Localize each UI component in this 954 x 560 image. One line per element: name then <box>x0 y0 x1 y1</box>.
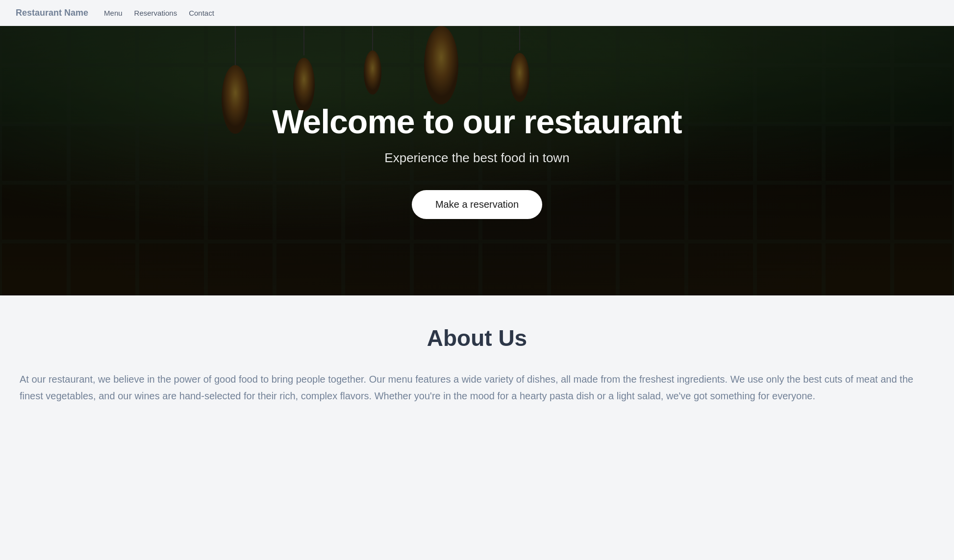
make-reservation-button[interactable]: Make a reservation <box>412 190 542 219</box>
nav-link-contact[interactable]: Contact <box>189 9 214 17</box>
nav-item-menu[interactable]: Menu <box>104 9 123 18</box>
about-text: At our restaurant, we believe in the pow… <box>20 371 934 404</box>
nav-links: Menu Reservations Contact <box>104 9 214 18</box>
about-section: About Us At our restaurant, we believe i… <box>0 295 954 434</box>
nav-link-menu[interactable]: Menu <box>104 9 123 17</box>
hero-content: Welcome to our restaurant Experience the… <box>262 102 691 219</box>
about-title: About Us <box>20 325 934 351</box>
nav-item-contact[interactable]: Contact <box>189 9 214 18</box>
nav-item-reservations[interactable]: Reservations <box>134 9 177 18</box>
hero-section: Welcome to our restaurant Experience the… <box>0 26 954 295</box>
brand-name: Restaurant Name <box>16 8 88 18</box>
hero-subtitle: Experience the best food in town <box>272 150 681 166</box>
hero-title: Welcome to our restaurant <box>272 102 681 141</box>
navbar: Restaurant Name Menu Reservations Contac… <box>0 0 954 26</box>
nav-link-reservations[interactable]: Reservations <box>134 9 177 17</box>
